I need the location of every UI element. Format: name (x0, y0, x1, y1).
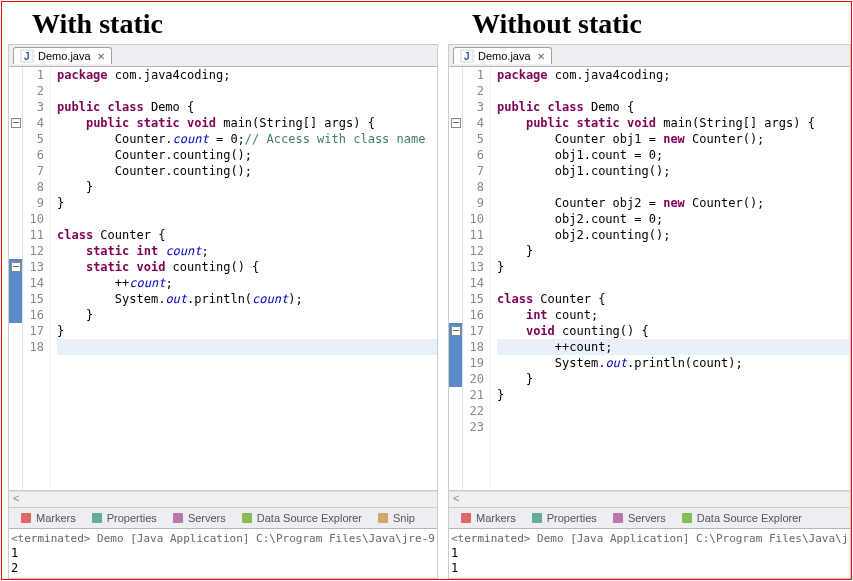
bottom-tab-properties[interactable]: Properties (524, 509, 603, 527)
comparison-container: With static J Demo.java ✕ 12345678910111… (1, 1, 852, 580)
line-numbers-right: 1234567891011121314151617181920212223 (463, 67, 491, 490)
hscrollbar-left[interactable] (9, 491, 437, 507)
line-numbers-left: 123456789101112131415161718 (23, 67, 51, 490)
close-icon[interactable]: ✕ (535, 51, 545, 62)
svg-rect-3 (92, 513, 102, 523)
panel-with-static: With static J Demo.java ✕ 12345678910111… (2, 2, 442, 579)
bottom-tab-markers[interactable]: Markers (453, 509, 522, 527)
bottom-tab-data-source-explorer[interactable]: Data Source Explorer (234, 509, 368, 527)
tab-demo-java-right[interactable]: J Demo.java ✕ (453, 47, 552, 64)
bottom-tab-properties[interactable]: Properties (84, 509, 163, 527)
marker-bar-left (9, 67, 23, 490)
svg-text:J: J (464, 51, 470, 62)
heading-left: With static (2, 2, 442, 44)
console-output-left: 12 (11, 546, 435, 576)
svg-rect-9 (461, 513, 471, 523)
console-right: <terminated> Demo [Java Application] C:\… (449, 529, 850, 578)
ide-right: J Demo.java ✕ 12345678910111213141516171… (448, 44, 851, 579)
tab-label: Demo.java (478, 50, 531, 62)
tab-label: Demo.java (38, 50, 91, 62)
svg-rect-12 (682, 513, 692, 523)
bottom-tab-servers[interactable]: Servers (605, 509, 672, 527)
data-source-explorer-icon (680, 511, 694, 525)
editor-tabs-left: J Demo.java ✕ (9, 45, 437, 67)
servers-icon (171, 511, 185, 525)
console-left: <terminated> Demo [Java Application] C:\… (9, 529, 437, 578)
markers-icon (459, 511, 473, 525)
close-icon[interactable]: ✕ (95, 51, 105, 62)
console-header-right: <terminated> Demo [Java Application] C:\… (451, 531, 848, 546)
servers-icon (611, 511, 625, 525)
console-header-left: <terminated> Demo [Java Application] C:\… (11, 531, 435, 546)
svg-rect-10 (532, 513, 542, 523)
java-file-icon: J (460, 49, 474, 63)
svg-rect-6 (378, 513, 388, 523)
bottom-tab-snip[interactable]: Snip (370, 509, 421, 527)
console-line: 1 (451, 546, 848, 561)
svg-rect-11 (613, 513, 623, 523)
java-file-icon: J (20, 49, 34, 63)
code-editor-left[interactable]: 123456789101112131415161718 package com.… (9, 67, 437, 491)
svg-text:J: J (24, 51, 30, 62)
panel-without-static: Without static J Demo.java ✕ 12345678910… (442, 2, 851, 579)
console-line: 2 (11, 561, 435, 576)
ide-left: J Demo.java ✕ 12345678910111213141516171… (8, 44, 438, 579)
console-line: 1 (11, 546, 435, 561)
console-output-right: 11 (451, 546, 848, 576)
hscrollbar-right[interactable] (449, 491, 850, 507)
snip-icon (376, 511, 390, 525)
heading-right: Without static (442, 2, 851, 44)
bottom-tab-markers[interactable]: Markers (13, 509, 82, 527)
editor-tabs-right: J Demo.java ✕ (449, 45, 850, 67)
code-body-left[interactable]: package com.java4coding;public class Dem… (51, 67, 437, 490)
bottom-tab-data-source-explorer[interactable]: Data Source Explorer (674, 509, 808, 527)
bottom-tab-servers[interactable]: Servers (165, 509, 232, 527)
bottom-tabs-right: MarkersPropertiesServersData Source Expl… (449, 507, 850, 529)
data-source-explorer-icon (240, 511, 254, 525)
bottom-tabs-left: MarkersPropertiesServersData Source Expl… (9, 507, 437, 529)
code-editor-right[interactable]: 1234567891011121314151617181920212223 pa… (449, 67, 850, 491)
tab-demo-java-left[interactable]: J Demo.java ✕ (13, 47, 112, 64)
markers-icon (19, 511, 33, 525)
marker-bar-right (449, 67, 463, 490)
console-line: 1 (451, 561, 848, 576)
svg-rect-2 (21, 513, 31, 523)
code-body-right[interactable]: package com.java4coding;public class Dem… (491, 67, 850, 490)
properties-icon (90, 511, 104, 525)
svg-rect-5 (242, 513, 252, 523)
properties-icon (530, 511, 544, 525)
svg-rect-4 (173, 513, 183, 523)
